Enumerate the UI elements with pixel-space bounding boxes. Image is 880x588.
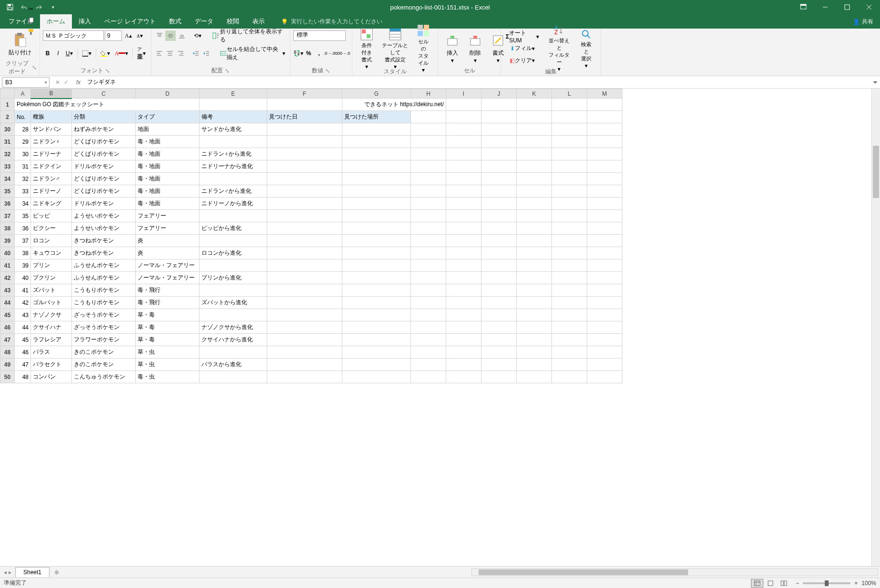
cell[interactable] [411, 185, 446, 198]
cell[interactable] [587, 359, 622, 371]
cell[interactable]: ふうせんポケモン [72, 272, 136, 284]
cell[interactable] [481, 334, 517, 346]
cell[interactable] [267, 284, 342, 297]
cell[interactable]: パラセクト [31, 359, 72, 371]
close-button[interactable] [858, 0, 880, 14]
cell[interactable] [267, 371, 342, 383]
column-header[interactable]: J [481, 89, 517, 99]
cell[interactable]: 30 [15, 148, 31, 160]
align-launcher[interactable]: ⤡ [224, 68, 230, 74]
cell[interactable]: ねずみポケモン [72, 123, 136, 136]
cell[interactable] [517, 297, 552, 309]
cell[interactable]: 47 [15, 359, 31, 371]
select-all-corner[interactable] [0, 89, 15, 99]
tab-home[interactable]: ホーム [40, 14, 72, 29]
cell[interactable] [446, 334, 481, 346]
cell[interactable]: 草・虫 [136, 359, 200, 371]
column-header[interactable]: C [72, 89, 136, 99]
delete-cells-button[interactable]: 削除▾ [464, 30, 487, 66]
maximize-button[interactable] [836, 0, 858, 14]
cell[interactable] [481, 185, 517, 198]
cell[interactable]: ロコン [31, 235, 72, 247]
cell[interactable] [342, 123, 411, 136]
cell[interactable] [446, 235, 481, 247]
row-header[interactable]: 37 [0, 210, 15, 222]
format-painter-button[interactable] [26, 27, 36, 37]
cell[interactable] [446, 210, 481, 222]
font-name-combo[interactable]: ＭＳ Ｐゴシック [43, 30, 104, 41]
cell[interactable] [552, 297, 587, 309]
cell[interactable] [517, 334, 552, 346]
cell[interactable] [517, 222, 552, 235]
fx-icon[interactable]: fx [72, 79, 84, 86]
add-sheet-button[interactable]: ⊕ [50, 569, 64, 576]
cell[interactable] [342, 185, 411, 198]
cell[interactable]: 39 [15, 259, 31, 272]
page-layout-view-button[interactable] [764, 579, 777, 588]
tab-pagelayout[interactable]: ページ レイアウト [98, 14, 162, 29]
find-select-button[interactable]: 検索と 選択▾ [575, 30, 598, 67]
row-header[interactable]: 2 [0, 111, 15, 123]
cell[interactable] [552, 346, 587, 359]
cell[interactable]: ズバット [31, 284, 72, 297]
cell[interactable]: こうもりポケモン [72, 297, 136, 309]
cell[interactable] [342, 198, 411, 210]
cell[interactable]: コンパン [31, 371, 72, 383]
decrease-indent-button[interactable] [190, 48, 200, 59]
column-header[interactable]: F [267, 89, 342, 99]
row-header[interactable]: 32 [0, 148, 15, 160]
cell[interactable]: 地面 [136, 123, 200, 136]
row-header[interactable]: 33 [0, 160, 15, 173]
cell[interactable] [200, 259, 267, 272]
cell[interactable] [446, 272, 481, 284]
align-top-button[interactable] [154, 30, 164, 41]
cell[interactable] [517, 321, 552, 334]
cell[interactable]: 毒・虫 [136, 371, 200, 383]
cell[interactable] [267, 297, 342, 309]
cell[interactable]: 見つけた場所 [342, 111, 411, 123]
horizontal-scrollbar[interactable] [471, 568, 878, 576]
cell[interactable]: 45 [15, 334, 31, 346]
cell[interactable] [481, 259, 517, 272]
cell[interactable]: 38 [15, 247, 31, 259]
increase-indent-button[interactable] [201, 48, 211, 59]
cell[interactable]: こんちゅうポケモン [72, 371, 136, 383]
cell[interactable] [267, 272, 342, 284]
cell[interactable]: ナゾノクサから進化 [200, 321, 267, 334]
decrease-font-button[interactable]: A▾ [135, 30, 145, 41]
cell[interactable] [517, 148, 552, 160]
cell[interactable] [517, 309, 552, 321]
cell[interactable]: ようせいポケモン [72, 222, 136, 235]
cell[interactable] [517, 284, 552, 297]
cell[interactable] [342, 259, 411, 272]
cell[interactable]: 草・毒 [136, 309, 200, 321]
cell[interactable] [587, 222, 622, 235]
cell[interactable]: こうもりポケモン [72, 284, 136, 297]
align-left-button[interactable] [154, 48, 164, 59]
cell[interactable]: ニドラン♂から進化 [200, 185, 267, 198]
cell[interactable] [267, 148, 342, 160]
cell[interactable] [446, 148, 481, 160]
tab-data[interactable]: データ [188, 14, 220, 29]
cell[interactable] [552, 99, 587, 111]
cell[interactable] [342, 160, 411, 173]
cell[interactable] [517, 259, 552, 272]
cell[interactable] [411, 346, 446, 359]
row-header[interactable]: 44 [0, 297, 15, 309]
font-launcher[interactable]: ⤡ [104, 68, 111, 74]
cell[interactable] [481, 235, 517, 247]
cell[interactable] [411, 160, 446, 173]
cell[interactable] [481, 359, 517, 371]
normal-view-button[interactable] [751, 579, 763, 588]
conditional-format-button[interactable]: 条件付き 書式▾ [355, 30, 378, 67]
cell[interactable] [446, 259, 481, 272]
cell[interactable]: 毒・地面 [136, 198, 200, 210]
row-header[interactable]: 38 [0, 222, 15, 235]
cell[interactable] [552, 222, 587, 235]
cell[interactable]: 毒・飛行 [136, 284, 200, 297]
vertical-scrollbar[interactable] [871, 89, 880, 566]
cell[interactable] [342, 222, 411, 235]
cell[interactable]: 31 [15, 160, 31, 173]
cell[interactable] [446, 222, 481, 235]
underline-button[interactable]: U▾ [64, 48, 75, 59]
